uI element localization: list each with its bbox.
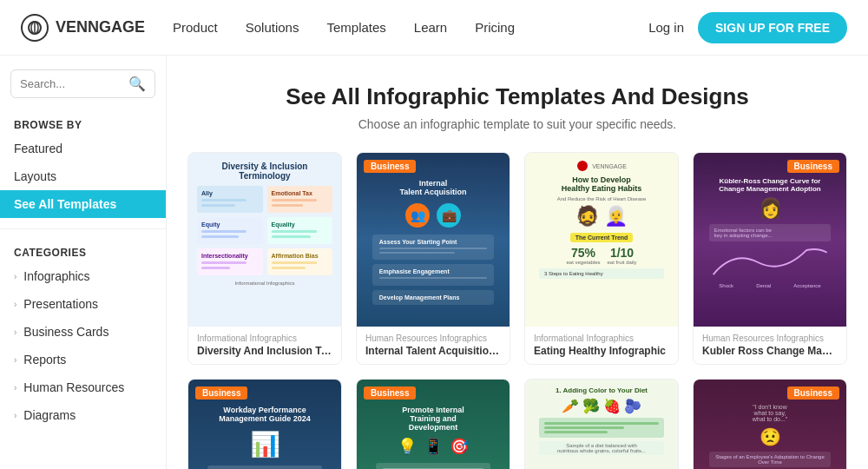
card-image: Business Workday PerformanceManagement G…: [188, 380, 341, 469]
sidebar-item-see-all-templates[interactable]: See All Templates: [0, 190, 166, 218]
main-layout: 🔍 BROWSE BY Featured Layouts See All Tem…: [0, 56, 868, 469]
chevron-right-icon: ›: [14, 272, 16, 281]
card-title: Kubler Ross Change Manag...: [702, 345, 838, 357]
card-image: VENNGAGE How to DevelopHealthy Eating Ha…: [525, 153, 678, 327]
sidebar-item-diagrams[interactable]: › Diagrams: [0, 401, 166, 429]
card-title: Diversity And Inclusion Term...: [197, 345, 332, 357]
sidebar: 🔍 BROWSE BY Featured Layouts See All Tem…: [0, 56, 167, 469]
nav-learn[interactable]: Learn: [414, 20, 447, 35]
card-badge: Business: [195, 386, 247, 400]
chevron-right-icon: ›: [14, 327, 16, 337]
login-button[interactable]: Log in: [648, 20, 684, 35]
nav-product[interactable]: Product: [173, 20, 218, 35]
logo-text: VENNGAGE: [56, 18, 145, 36]
card-badge: Business: [364, 386, 416, 400]
card-footer: Informational Infographics Eating Health…: [525, 327, 678, 364]
content-header: See All Infographic Templates And Design…: [187, 83, 847, 131]
sidebar-item-business-cards[interactable]: › Business Cards: [0, 318, 166, 346]
template-card[interactable]: Business InternalTalent Acquisition 👥 💼 …: [356, 152, 510, 365]
card-category: Human Resources Infographics: [365, 334, 501, 343]
logo-icon: [21, 14, 49, 42]
template-card[interactable]: 1. Adding Color to Your Diet 🥕 🥦 🍓 🫐 Sam…: [524, 379, 679, 469]
nav-solutions[interactable]: Solutions: [246, 20, 299, 35]
chevron-right-icon: ›: [14, 383, 16, 393]
sidebar-item-label: Reports: [23, 353, 66, 367]
browse-by-title: BROWSE BY: [0, 112, 166, 135]
sidebar-item-label: Human Resources: [23, 380, 124, 394]
categories-title: CATEGORIES: [0, 240, 166, 262]
page-subtitle: Choose an infographic template to suit y…: [187, 117, 847, 131]
template-card[interactable]: Business Kübler-Ross Change Curve forCha…: [693, 152, 847, 365]
card-title: Eating Healthy Infographic: [534, 345, 669, 357]
sidebar-item-label: Business Cards: [23, 325, 108, 339]
chevron-right-icon: ›: [14, 300, 16, 309]
template-card[interactable]: Business "I don't knowwhat to say,what t…: [693, 379, 847, 469]
sidebar-item-label: Layouts: [14, 169, 56, 183]
card-image: Business "I don't knowwhat to say,what t…: [694, 380, 846, 469]
content-area: See All Infographic Templates And Design…: [167, 56, 868, 469]
sidebar-item-label: Presentations: [23, 297, 98, 311]
sidebar-item-layouts[interactable]: Layouts: [0, 162, 166, 190]
chevron-right-icon: ›: [14, 411, 16, 420]
card-category: Informational Infographics: [197, 334, 332, 343]
svg-point-3: [577, 161, 588, 171]
sidebar-item-infographics[interactable]: › Infographics: [0, 262, 166, 290]
sidebar-divider: [0, 228, 166, 229]
page-title: See All Infographic Templates And Design…: [187, 83, 847, 110]
sidebar-item-featured[interactable]: Featured: [0, 135, 166, 162]
template-grid: Diversity & InclusionTerminology Ally Em…: [187, 152, 847, 469]
header-actions: Log in SIGN UP FOR FREE: [648, 12, 847, 43]
search-icon: 🔍: [128, 76, 146, 92]
template-card[interactable]: Diversity & InclusionTerminology Ally Em…: [187, 152, 342, 365]
sidebar-item-label: Infographics: [23, 269, 89, 283]
card-footer: Informational Infographics Diversity And…: [188, 327, 341, 364]
sidebar-item-label: See All Templates: [14, 197, 116, 211]
template-card[interactable]: Business Workday PerformanceManagement G…: [187, 379, 342, 469]
template-card[interactable]: Business Promote InternalTraining andDev…: [356, 379, 510, 469]
sidebar-item-human-resources[interactable]: › Human Resources: [0, 373, 166, 401]
sidebar-item-reports[interactable]: › Reports: [0, 346, 166, 373]
nav-templates[interactable]: Templates: [326, 20, 385, 35]
card-image: Business Kübler-Ross Change Curve forCha…: [694, 153, 846, 327]
card-image: Diversity & InclusionTerminology Ally Em…: [188, 153, 341, 327]
template-card[interactable]: VENNGAGE How to DevelopHealthy Eating Ha…: [524, 152, 679, 365]
nav-pricing[interactable]: Pricing: [475, 20, 515, 35]
sidebar-item-label: Diagrams: [23, 408, 76, 422]
card-badge: Business: [364, 160, 416, 173]
sidebar-item-label: Featured: [14, 142, 62, 155]
search-input[interactable]: [20, 77, 123, 90]
card-footer: Human Resources Infographics Internal Ta…: [357, 327, 510, 364]
card-badge: Business: [787, 386, 839, 400]
card-category: Human Resources Infographics: [702, 334, 838, 343]
chevron-right-icon: ›: [14, 355, 16, 365]
header: VENNGAGE Product Solutions Templates Lea…: [0, 0, 868, 56]
card-footer: Human Resources Infographics Kubler Ross…: [694, 327, 846, 364]
card-badge: Business: [787, 160, 839, 173]
card-image: 1. Adding Color to Your Diet 🥕 🥦 🍓 🫐 Sam…: [525, 380, 678, 469]
card-image: Business InternalTalent Acquisition 👥 💼 …: [357, 153, 510, 327]
signup-button[interactable]: SIGN UP FOR FREE: [698, 12, 847, 43]
card-image: Business Promote InternalTraining andDev…: [357, 380, 510, 469]
card-category: Informational Infographics: [534, 334, 669, 343]
main-nav: Product Solutions Templates Learn Pricin…: [173, 20, 621, 35]
logo[interactable]: VENNGAGE: [21, 14, 145, 42]
sidebar-item-presentations[interactable]: › Presentations: [0, 290, 166, 318]
search-box[interactable]: 🔍: [10, 69, 155, 98]
card-title: Internal Talent Acquisition I...: [365, 345, 501, 357]
